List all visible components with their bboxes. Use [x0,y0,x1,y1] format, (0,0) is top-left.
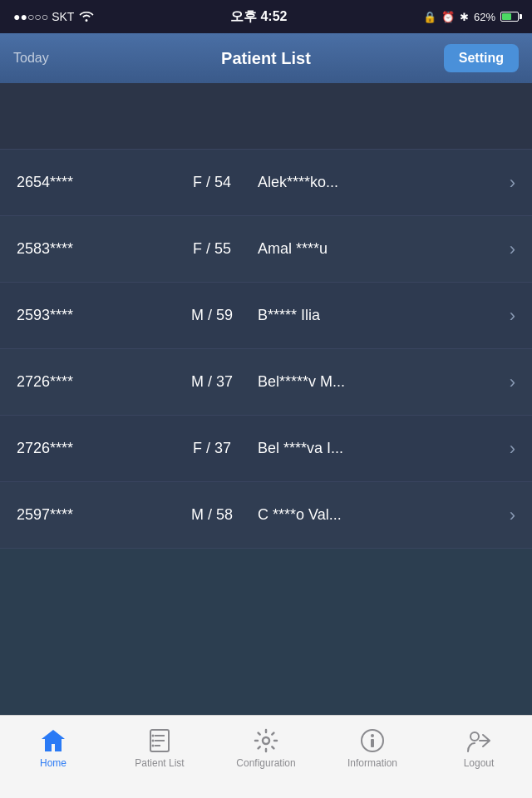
status-time: 오후 4:52 [230,8,287,26]
patient-name: C ****o Val... [258,506,503,524]
patient-id: 2597**** [17,506,166,524]
bluetooth-icon: ✱ [460,11,469,23]
table-row[interactable]: 2726**** F / 37 Bel ****va I... › [0,416,532,482]
patient-gender-age: F / 54 [166,174,258,191]
alarm-icon: ⏰ [441,11,455,23]
information-icon [359,727,386,754]
patient-name: Amal ****u [258,240,503,258]
chevron-right-icon: › [510,172,515,194]
table-row[interactable]: 2654**** F / 54 Alek****ko... › [0,150,532,216]
status-left: ●●○○○ SKT [13,10,94,24]
page-title: Patient List [221,49,311,68]
patient-name: Alek****ko... [258,174,503,191]
home-icon [40,727,66,754]
patient-id: 2726**** [17,373,166,391]
tab-label-logout: Logout [464,757,495,769]
status-right: 🔒 ⏰ ✱ 62% [423,11,519,23]
patient-gender-age: M / 37 [166,373,258,391]
patient-id: 2726**** [17,440,166,457]
status-bar: ●●○○○ SKT 오후 4:52 🔒 ⏰ ✱ 62% [0,0,532,33]
patient-gender-age: F / 55 [166,240,258,258]
tab-information[interactable]: Information [319,724,426,769]
patient-name: Bel*****v M... [258,373,503,391]
tab-configuration[interactable]: Configuration [213,724,319,769]
setting-button[interactable]: Setting [444,44,519,72]
battery-icon [500,12,519,22]
tab-label-home: Home [40,757,66,769]
tab-label-information: Information [347,757,397,769]
app-header: Today Patient List Setting [0,33,532,83]
patient-id: 2593**** [17,307,166,324]
table-row[interactable]: 2583**** F / 55 Amal ****u › [0,216,532,283]
chevron-right-icon: › [510,505,515,526]
wifi-icon [79,10,94,24]
chevron-right-icon: › [510,305,515,327]
tab-logout[interactable]: Logout [426,724,532,769]
patient-name: B***** Ilia [258,307,503,324]
chevron-right-icon: › [510,372,515,393]
today-label: Today [13,51,49,66]
svg-point-11 [470,732,479,741]
patient-list-container: 2654**** F / 54 Alek****ko... › 2583****… [0,150,532,549]
svg-rect-10 [371,739,374,747]
patient-id: 2654**** [17,174,166,191]
tab-label-configuration: Configuration [236,757,295,769]
svg-point-6 [152,745,155,747]
patient-gender-age: M / 58 [166,506,258,524]
carrier-signal: ●●○○○ SKT [13,10,74,23]
battery-percent: 62% [474,11,495,23]
tab-patient-list[interactable]: Patient List [106,724,213,769]
patient-name: Bel ****va I... [258,440,503,457]
search-filter-area [0,83,532,150]
patient-gender-age: F / 37 [166,440,258,457]
svg-point-4 [152,735,155,737]
table-row[interactable]: 2597**** M / 58 C ****o Val... › [0,482,532,549]
table-row[interactable]: 2726**** M / 37 Bel*****v M... › [0,349,532,416]
configuration-icon [253,727,279,754]
patient-gender-age: M / 59 [166,307,258,324]
svg-point-9 [371,734,374,737]
chevron-right-icon: › [510,239,515,260]
tab-home[interactable]: Home [0,724,106,769]
patient-id: 2583**** [17,240,166,258]
tab-bar: Home Patient List Configuration [0,715,532,798]
lock-icon: 🔒 [423,11,436,23]
patient-list-icon [146,727,173,754]
svg-point-5 [152,740,155,742]
svg-point-7 [263,737,269,744]
tab-label-patient-list: Patient List [135,757,184,769]
logout-icon [466,727,492,754]
table-row[interactable]: 2593**** M / 59 B***** Ilia › [0,283,532,349]
chevron-right-icon: › [510,438,515,460]
